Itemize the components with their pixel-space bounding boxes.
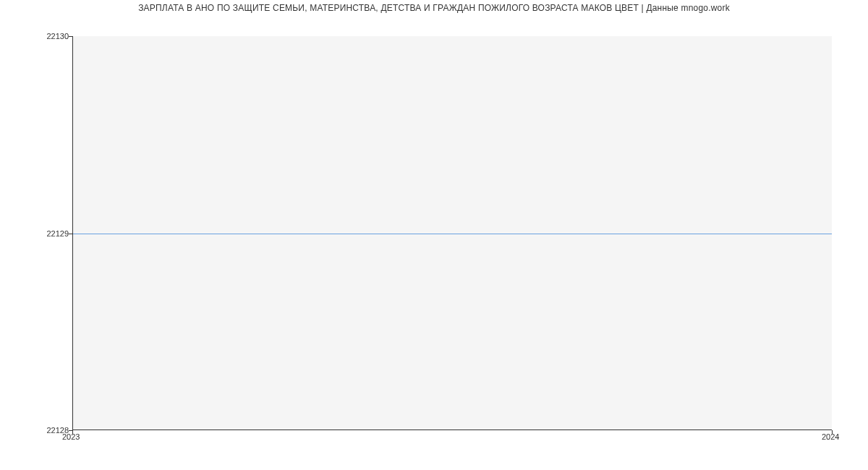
y-tick-label: 22130 — [4, 32, 69, 40]
data-line — [73, 234, 832, 234]
x-tick-label: 2024 — [822, 432, 839, 441]
plot-area — [72, 36, 832, 430]
chart-title: ЗАРПЛАТА В АНО ПО ЗАЩИТЕ СЕМЬИ, МАТЕРИНС… — [0, 3, 868, 13]
x-tick-label: 2023 — [62, 432, 80, 441]
y-tick-label: 22128 — [4, 426, 69, 435]
chart-container: ЗАРПЛАТА В АНО ПО ЗАЩИТЕ СЕМЬИ, МАТЕРИНС… — [0, 0, 868, 470]
y-tick-label: 22129 — [4, 229, 69, 238]
